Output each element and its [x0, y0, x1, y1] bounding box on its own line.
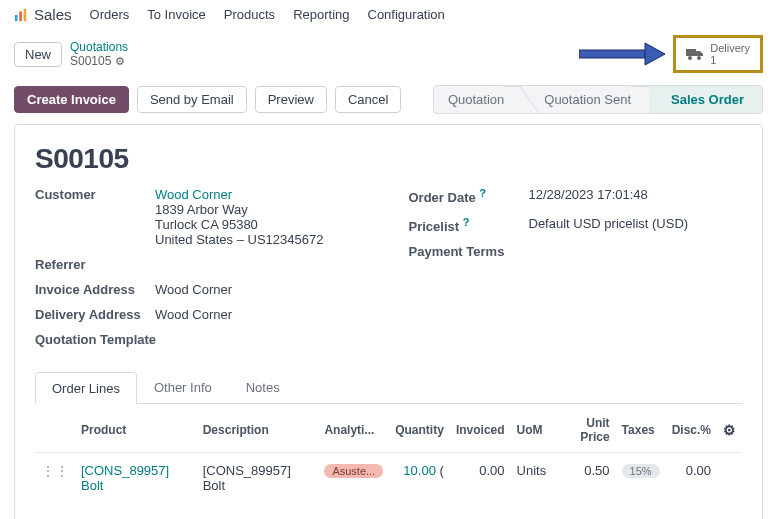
col-disc[interactable]: Disc.%: [666, 408, 717, 453]
record-title: S00105: [35, 143, 742, 175]
gear-icon[interactable]: ⚙: [115, 55, 125, 68]
payment-terms-label: Payment Terms: [409, 244, 505, 259]
svg-rect-3: [579, 50, 645, 58]
invoice-address-label: Invoice Address: [35, 282, 155, 297]
row-invoiced: 0.00: [450, 453, 511, 504]
status-quotation[interactable]: Quotation: [434, 86, 522, 113]
breadcrumb-parent[interactable]: Quotations: [70, 40, 128, 54]
table-actions: Add a product Add a section Add a note C…: [35, 503, 742, 519]
customer-addr2: Turlock CA 95380: [155, 217, 323, 232]
invoice-address-value[interactable]: Wood Corner: [155, 282, 232, 297]
nav-configuration[interactable]: Configuration: [368, 7, 445, 22]
row-tax-tag[interactable]: 15%: [622, 464, 660, 478]
delivery-address-value[interactable]: Wood Corner: [155, 307, 232, 322]
col-product[interactable]: Product: [75, 408, 197, 453]
top-nav: Sales Orders To Invoice Products Reporti…: [0, 0, 777, 29]
svg-rect-1: [19, 11, 22, 21]
delivery-label: Delivery: [710, 42, 750, 54]
status-quotation-sent[interactable]: Quotation Sent: [522, 86, 649, 113]
form-sheet: S00105 Customer Wood Corner 1839 Arbor W…: [14, 124, 763, 519]
svg-rect-2: [24, 8, 27, 20]
pricelist-label: Pricelist: [409, 219, 460, 234]
col-description[interactable]: Description: [197, 408, 319, 453]
customer-addr1: 1839 Arbor Way: [155, 202, 323, 217]
send-email-button[interactable]: Send by Email: [137, 86, 247, 113]
delivery-address-label: Delivery Address: [35, 307, 155, 322]
order-lines-table: Product Description Analyti... Quantity …: [35, 408, 742, 503]
annotation-arrow-icon: [579, 41, 665, 67]
order-date-value[interactable]: 12/28/2023 17:01:48: [529, 187, 648, 202]
nav-to-invoice[interactable]: To Invoice: [147, 7, 206, 22]
new-button[interactable]: New: [14, 42, 62, 67]
referrer-label: Referrer: [35, 257, 155, 272]
delivery-count: 1: [710, 54, 750, 66]
col-uom[interactable]: UoM: [511, 408, 553, 453]
breadcrumb-current: S00105: [70, 54, 111, 68]
row-analytic-tag[interactable]: Asuste...: [324, 464, 383, 478]
tab-other-info[interactable]: Other Info: [137, 371, 229, 403]
sales-logo-icon: [14, 8, 28, 22]
delivery-stat-button[interactable]: Delivery 1: [673, 35, 763, 73]
row-quantity[interactable]: 10.00: [403, 463, 436, 478]
table-row[interactable]: ⋮⋮ [CONS_89957] Bolt [CONS_89957] Bolt A…: [35, 453, 742, 504]
nav-reporting[interactable]: Reporting: [293, 7, 349, 22]
customer-addr3: United States – US12345672: [155, 232, 323, 247]
breadcrumb: Quotations S00105 ⚙: [70, 40, 128, 69]
svg-point-7: [697, 56, 701, 60]
col-quantity[interactable]: Quantity: [389, 408, 450, 453]
pricelist-help-icon[interactable]: ?: [463, 216, 470, 228]
status-bar: Quotation Quotation Sent Sales Order: [433, 85, 763, 114]
col-invoiced[interactable]: Invoiced: [450, 408, 511, 453]
customer-label: Customer: [35, 187, 155, 202]
status-sales-order[interactable]: Sales Order: [649, 86, 762, 113]
nav-orders[interactable]: Orders: [90, 7, 130, 22]
tab-order-lines[interactable]: Order Lines: [35, 372, 137, 404]
cancel-button[interactable]: Cancel: [335, 86, 401, 113]
row-disc: 0.00: [666, 453, 717, 504]
col-taxes[interactable]: Taxes: [616, 408, 666, 453]
drag-handle-icon[interactable]: ⋮⋮: [41, 463, 69, 479]
order-date-help-icon[interactable]: ?: [479, 187, 486, 199]
customer-link[interactable]: Wood Corner: [155, 187, 232, 202]
columns-settings-icon[interactable]: ⚙: [723, 422, 736, 438]
breadcrumb-row: New Quotations S00105 ⚙ Delivery 1: [0, 29, 777, 79]
col-unit-price[interactable]: Unit Price: [552, 408, 615, 453]
row-description: [CONS_89957] Bolt: [197, 453, 319, 504]
action-bar: Create Invoice Send by Email Preview Can…: [0, 79, 777, 120]
row-uom: Units: [511, 453, 553, 504]
svg-point-6: [688, 56, 692, 60]
tab-notes[interactable]: Notes: [229, 371, 297, 403]
svg-rect-5: [686, 49, 696, 56]
preview-button[interactable]: Preview: [255, 86, 327, 113]
pricelist-value[interactable]: Default USD pricelist (USD): [529, 216, 689, 231]
quotation-template-label: Quotation Template: [35, 332, 156, 347]
row-unit-price: 0.50: [552, 453, 615, 504]
row-product[interactable]: [CONS_89957] Bolt: [81, 463, 169, 493]
truck-icon: [686, 47, 704, 61]
brand[interactable]: Sales: [14, 6, 72, 23]
tabs: Order Lines Other Info Notes: [35, 371, 742, 404]
nav-products[interactable]: Products: [224, 7, 275, 22]
col-analytic[interactable]: Analyti...: [318, 408, 389, 453]
create-invoice-button[interactable]: Create Invoice: [14, 86, 129, 113]
order-date-label: Order Date: [409, 191, 476, 206]
brand-label: Sales: [34, 6, 72, 23]
svg-marker-4: [645, 43, 665, 65]
svg-rect-0: [15, 15, 18, 21]
row-qty-suffix: (: [440, 463, 444, 478]
